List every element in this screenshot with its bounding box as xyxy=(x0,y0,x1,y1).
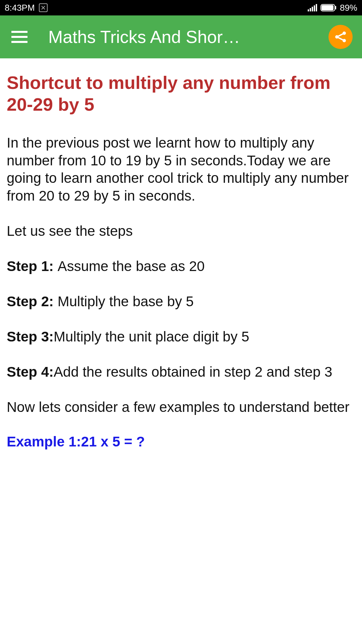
example-1-heading: Example 1:21 x 5 = ? xyxy=(7,434,355,450)
status-time: 8:43PM xyxy=(5,3,35,13)
step-label: Step 2: xyxy=(7,293,58,309)
svg-line-14 xyxy=(338,34,343,36)
svg-rect-0 xyxy=(308,9,309,11)
step-text: Multiply the base by 5 xyxy=(58,293,194,309)
share-icon xyxy=(334,31,347,43)
step-label: Step 4: xyxy=(7,364,54,380)
svg-rect-2 xyxy=(312,7,313,11)
svg-rect-6 xyxy=(321,5,334,10)
svg-rect-9 xyxy=(11,36,27,38)
svg-rect-4 xyxy=(316,4,317,11)
battery-icon xyxy=(320,4,337,11)
step-text: Add the results obtained in step 2 and s… xyxy=(54,364,332,380)
app-title: Maths Tricks And Shor… xyxy=(48,27,240,47)
article-title: Shortcut to multiply any number from 20-… xyxy=(7,72,355,115)
step-4: Step 4:Add the results obtained in step … xyxy=(7,363,355,381)
menu-button[interactable] xyxy=(9,27,29,47)
battery-text: 89% xyxy=(340,3,357,13)
step-label: Step 1: xyxy=(7,258,58,274)
step-3: Step 3:Multiply the unit place digit by … xyxy=(7,328,355,346)
svg-rect-10 xyxy=(11,41,27,43)
step-1: Step 1: Assume the base as 20 xyxy=(7,258,355,275)
status-right: 89% xyxy=(308,3,357,13)
svg-rect-3 xyxy=(314,5,315,11)
status-bar: 8:43PM 89% xyxy=(0,0,362,15)
app-bar: Maths Tricks And Shor… xyxy=(0,15,362,58)
svg-rect-1 xyxy=(310,8,311,11)
step-text: Multiply the unit place digit by 5 xyxy=(54,329,249,344)
article-content[interactable]: Shortcut to multiply any number from 20-… xyxy=(0,58,362,457)
step-text: Assume the base as 20 xyxy=(58,258,205,274)
share-button[interactable] xyxy=(328,25,353,49)
svg-rect-8 xyxy=(11,31,27,33)
step-2: Step 2: Multiply the base by 5 xyxy=(7,293,355,311)
signal-icon xyxy=(308,4,317,11)
examples-lead: Now lets consider a few examples to unde… xyxy=(7,398,355,416)
steps-lead-in: Let us see the steps xyxy=(7,222,355,240)
svg-line-15 xyxy=(338,38,343,40)
status-left: 8:43PM xyxy=(5,3,48,13)
article-intro: In the previous post we learnt how to mu… xyxy=(7,134,355,205)
svg-rect-7 xyxy=(335,6,336,9)
step-label: Step 3: xyxy=(7,329,54,344)
screenshot-icon xyxy=(39,3,48,12)
hamburger-icon xyxy=(11,31,27,43)
